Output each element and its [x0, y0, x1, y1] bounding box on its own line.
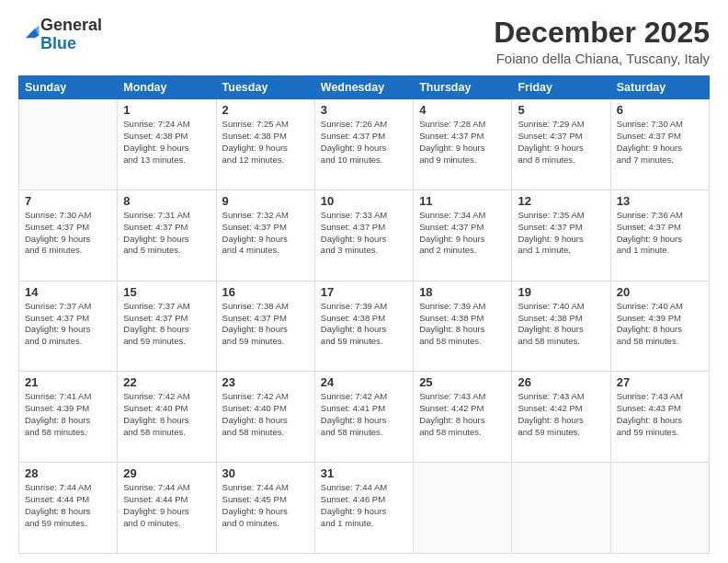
- day-number: 12: [518, 194, 604, 208]
- day-info: Sunrise: 7:24 AM Sunset: 4:38 PM Dayligh…: [123, 119, 210, 166]
- calendar-cell: 28Sunrise: 7:44 AM Sunset: 4:44 PM Dayli…: [19, 463, 118, 554]
- day-number: 19: [518, 285, 604, 299]
- calendar-cell: 22Sunrise: 7:42 AM Sunset: 4:40 PM Dayli…: [118, 372, 216, 463]
- calendar-cell: 1Sunrise: 7:24 AM Sunset: 4:38 PM Daylig…: [118, 99, 216, 190]
- day-header-friday: Friday: [512, 76, 610, 99]
- day-number: 13: [617, 194, 703, 208]
- month-year: December 2025: [494, 17, 710, 49]
- day-info: Sunrise: 7:35 AM Sunset: 4:37 PM Dayligh…: [518, 210, 604, 257]
- day-number: 25: [419, 375, 506, 389]
- calendar-cell: 7Sunrise: 7:30 AM Sunset: 4:37 PM Daylig…: [19, 190, 118, 281]
- day-number: 9: [222, 194, 309, 208]
- calendar-cell: 8Sunrise: 7:31 AM Sunset: 4:37 PM Daylig…: [118, 190, 216, 281]
- day-number: 21: [25, 375, 111, 389]
- logo-general: General: [40, 16, 102, 34]
- day-info: Sunrise: 7:43 AM Sunset: 4:42 PM Dayligh…: [518, 391, 604, 438]
- day-info: Sunrise: 7:33 AM Sunset: 4:37 PM Dayligh…: [321, 210, 407, 257]
- day-number: 7: [25, 194, 111, 208]
- calendar-cell: 5Sunrise: 7:29 AM Sunset: 4:37 PM Daylig…: [512, 99, 610, 190]
- day-info: Sunrise: 7:44 AM Sunset: 4:44 PM Dayligh…: [25, 482, 111, 529]
- day-info: Sunrise: 7:42 AM Sunset: 4:40 PM Dayligh…: [123, 391, 210, 438]
- day-number: 26: [518, 375, 604, 389]
- day-info: Sunrise: 7:41 AM Sunset: 4:39 PM Dayligh…: [25, 391, 111, 438]
- calendar-cell: 31Sunrise: 7:44 AM Sunset: 4:46 PM Dayli…: [314, 463, 413, 554]
- day-number: 28: [25, 466, 111, 480]
- calendar-cell: 21Sunrise: 7:41 AM Sunset: 4:39 PM Dayli…: [19, 372, 118, 463]
- day-header-tuesday: Tuesday: [216, 76, 314, 99]
- calendar-cell: 29Sunrise: 7:44 AM Sunset: 4:44 PM Dayli…: [118, 463, 216, 554]
- day-info: Sunrise: 7:44 AM Sunset: 4:44 PM Dayligh…: [123, 482, 210, 529]
- day-info: Sunrise: 7:31 AM Sunset: 4:37 PM Dayligh…: [123, 210, 210, 257]
- calendar-cell: 20Sunrise: 7:40 AM Sunset: 4:39 PM Dayli…: [610, 281, 709, 372]
- calendar-cell: [19, 99, 118, 190]
- day-info: Sunrise: 7:30 AM Sunset: 4:37 PM Dayligh…: [25, 210, 111, 257]
- day-number: 24: [321, 375, 407, 389]
- logo-blue: Blue: [40, 34, 76, 52]
- day-info: Sunrise: 7:32 AM Sunset: 4:37 PM Dayligh…: [222, 210, 309, 257]
- day-info: Sunrise: 7:30 AM Sunset: 4:37 PM Dayligh…: [617, 119, 703, 166]
- day-number: 14: [25, 285, 111, 299]
- day-number: 22: [123, 375, 210, 389]
- calendar-week-row: 14Sunrise: 7:37 AM Sunset: 4:37 PM Dayli…: [19, 281, 710, 372]
- calendar-cell: [512, 463, 610, 554]
- day-number: 31: [321, 466, 407, 480]
- day-number: 4: [419, 103, 506, 117]
- day-number: 8: [123, 194, 210, 208]
- calendar-cell: [414, 463, 512, 554]
- day-number: 18: [419, 285, 506, 299]
- calendar-cell: 19Sunrise: 7:40 AM Sunset: 4:38 PM Dayli…: [512, 281, 610, 372]
- calendar-header: Sunday Monday Tuesday Wednesday Thursday…: [19, 76, 710, 99]
- day-info: Sunrise: 7:40 AM Sunset: 4:39 PM Dayligh…: [617, 301, 703, 348]
- logo-icon: [20, 23, 40, 43]
- calendar-cell: 3Sunrise: 7:26 AM Sunset: 4:37 PM Daylig…: [314, 99, 413, 190]
- day-number: 5: [518, 103, 604, 117]
- day-number: 17: [321, 285, 407, 299]
- calendar-table: Sunday Monday Tuesday Wednesday Thursday…: [18, 75, 710, 554]
- calendar-cell: 14Sunrise: 7:37 AM Sunset: 4:37 PM Dayli…: [19, 281, 118, 372]
- calendar-cell: 12Sunrise: 7:35 AM Sunset: 4:37 PM Dayli…: [512, 190, 610, 281]
- day-number: 27: [617, 375, 703, 389]
- day-number: 20: [617, 285, 703, 299]
- day-number: 16: [222, 285, 309, 299]
- day-number: 29: [123, 466, 210, 480]
- day-info: Sunrise: 7:44 AM Sunset: 4:45 PM Dayligh…: [222, 482, 309, 529]
- day-info: Sunrise: 7:34 AM Sunset: 4:37 PM Dayligh…: [419, 210, 506, 257]
- day-info: Sunrise: 7:25 AM Sunset: 4:38 PM Dayligh…: [222, 119, 309, 166]
- day-header-saturday: Saturday: [610, 76, 709, 99]
- day-number: 23: [222, 375, 309, 389]
- logo-text: General Blue: [40, 17, 102, 53]
- page: General Blue December 2025 Foiano della …: [0, 0, 728, 563]
- day-number: 10: [321, 194, 407, 208]
- day-header-monday: Monday: [118, 76, 216, 99]
- day-number: 11: [419, 194, 506, 208]
- calendar-cell: [610, 463, 709, 554]
- calendar-cell: 15Sunrise: 7:37 AM Sunset: 4:37 PM Dayli…: [118, 281, 216, 372]
- day-number: 30: [222, 466, 309, 480]
- calendar-cell: 4Sunrise: 7:28 AM Sunset: 4:37 PM Daylig…: [414, 99, 512, 190]
- day-info: Sunrise: 7:36 AM Sunset: 4:37 PM Dayligh…: [617, 210, 703, 257]
- day-header-sunday: Sunday: [19, 76, 118, 99]
- days-of-week-row: Sunday Monday Tuesday Wednesday Thursday…: [19, 76, 710, 99]
- day-info: Sunrise: 7:37 AM Sunset: 4:37 PM Dayligh…: [123, 301, 210, 348]
- day-info: Sunrise: 7:43 AM Sunset: 4:42 PM Dayligh…: [419, 391, 506, 438]
- day-info: Sunrise: 7:43 AM Sunset: 4:43 PM Dayligh…: [617, 391, 703, 438]
- calendar-cell: 13Sunrise: 7:36 AM Sunset: 4:37 PM Dayli…: [610, 190, 709, 281]
- day-number: 15: [123, 285, 210, 299]
- day-number: 1: [123, 103, 210, 117]
- day-info: Sunrise: 7:28 AM Sunset: 4:37 PM Dayligh…: [419, 119, 506, 166]
- calendar-body: 1Sunrise: 7:24 AM Sunset: 4:38 PM Daylig…: [19, 99, 710, 554]
- calendar-cell: 18Sunrise: 7:39 AM Sunset: 4:38 PM Dayli…: [414, 281, 512, 372]
- location: Foiano della Chiana, Tuscany, Italy: [494, 51, 710, 66]
- calendar-cell: 26Sunrise: 7:43 AM Sunset: 4:42 PM Dayli…: [512, 372, 610, 463]
- calendar-cell: 6Sunrise: 7:30 AM Sunset: 4:37 PM Daylig…: [610, 99, 709, 190]
- day-info: Sunrise: 7:42 AM Sunset: 4:41 PM Dayligh…: [321, 391, 407, 438]
- calendar-cell: 30Sunrise: 7:44 AM Sunset: 4:45 PM Dayli…: [216, 463, 314, 554]
- day-number: 3: [321, 103, 407, 117]
- calendar-week-row: 28Sunrise: 7:44 AM Sunset: 4:44 PM Dayli…: [19, 463, 710, 554]
- calendar-cell: 24Sunrise: 7:42 AM Sunset: 4:41 PM Dayli…: [314, 372, 413, 463]
- day-info: Sunrise: 7:39 AM Sunset: 4:38 PM Dayligh…: [321, 301, 407, 348]
- calendar-cell: 16Sunrise: 7:38 AM Sunset: 4:37 PM Dayli…: [216, 281, 314, 372]
- calendar-cell: 11Sunrise: 7:34 AM Sunset: 4:37 PM Dayli…: [414, 190, 512, 281]
- day-header-thursday: Thursday: [414, 76, 512, 99]
- calendar-cell: 27Sunrise: 7:43 AM Sunset: 4:43 PM Dayli…: [610, 372, 709, 463]
